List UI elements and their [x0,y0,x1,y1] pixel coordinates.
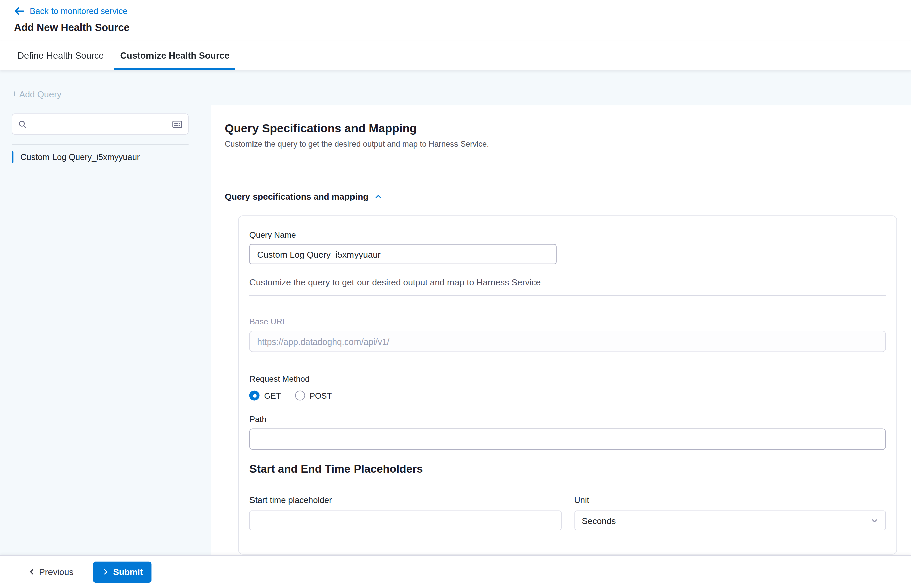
query-mapping-form: Query Name Customize the query to get ou… [239,215,897,554]
radio-get-label: GET [264,391,281,401]
unit-column: Unit Seconds [574,495,886,530]
tab-bar: Define Health Source Customize Health So… [0,41,911,71]
query-name-input[interactable] [249,244,557,264]
unit-label: Unit [574,495,886,505]
query-search-input[interactable] [32,120,168,129]
request-method-label: Request Method [249,374,886,384]
section-toggle-query-specifications[interactable]: Query specifications and mapping [225,191,897,201]
path-label: Path [249,414,886,424]
radio-post-label: POST [310,391,332,401]
query-name-label: Query Name [249,230,886,239]
panel-header: Query Specifications and Mapping Customi… [211,105,911,162]
back-nav[interactable]: Back to monitored service [14,6,897,17]
radio-option-get[interactable]: GET [249,391,281,401]
submit-button[interactable]: Submit [93,561,152,582]
search-icon [18,120,27,128]
panel-body: Query specifications and mapping Query N… [211,162,911,554]
chevron-down-icon [871,517,878,525]
tab-define-health-source[interactable]: Define Health Source [18,41,104,70]
panel-title: Query Specifications and Mapping [225,122,897,135]
base-url-input [249,331,886,352]
time-placeholders-heading: Start and End Time Placeholders [249,463,886,476]
start-time-input[interactable] [249,511,561,531]
query-list-item-label: Custom Log Query_i5xmyyuaur [20,152,140,162]
tab-customize-health-source[interactable]: Customize Health Source [120,41,229,70]
section-toggle-label: Query specifications and mapping [225,191,368,201]
time-placeholders-row: Start time placeholder Unit Seconds [249,495,886,530]
add-query-button[interactable]: + Add Query [12,89,189,99]
request-method-radio-group: GET POST [249,391,886,401]
chevron-up-icon [374,192,383,201]
start-time-label: Start time placeholder [249,495,561,505]
page-title: Add New Health Source [14,22,897,34]
list-view-icon[interactable] [172,120,182,128]
page-header: Back to monitored service Add New Health… [0,0,911,41]
app-window: Back to monitored service Add New Health… [0,0,911,588]
base-url-label: Base URL [249,317,886,326]
radio-option-post[interactable]: POST [295,391,332,401]
form-divider [249,295,886,296]
panel-subtitle: Customize the query to get the desired o… [225,140,897,149]
unit-select[interactable]: Seconds [574,511,886,531]
arrow-left-icon[interactable] [14,6,25,17]
radio-post-icon[interactable] [295,391,305,401]
query-list-divider [12,144,189,145]
query-name-help-text: Customize the query to get our desired o… [249,277,886,287]
query-sidebar: + Add Query [0,70,211,555]
query-list-item[interactable]: Custom Log Query_i5xmyyuaur [12,149,189,165]
radio-get-icon[interactable] [249,391,260,401]
start-time-column: Start time placeholder [249,495,561,530]
query-search-box [12,114,189,135]
chevron-right-icon [102,568,110,576]
wizard-footer: Previous Submit [0,555,911,588]
back-to-monitored-service-link[interactable]: Back to monitored service [30,6,128,16]
unit-select-value: Seconds [581,515,616,525]
path-input[interactable] [249,428,886,449]
add-query-label: Add Query [19,89,61,99]
main-panel: Query Specifications and Mapping Customi… [211,105,911,555]
chevron-left-icon [28,568,36,576]
selected-indicator [12,151,13,163]
submit-button-label: Submit [113,567,143,577]
previous-button[interactable]: Previous [28,567,73,577]
plus-icon: + [12,90,18,99]
previous-button-label: Previous [39,567,73,577]
content-area: + Add Query [0,70,911,555]
